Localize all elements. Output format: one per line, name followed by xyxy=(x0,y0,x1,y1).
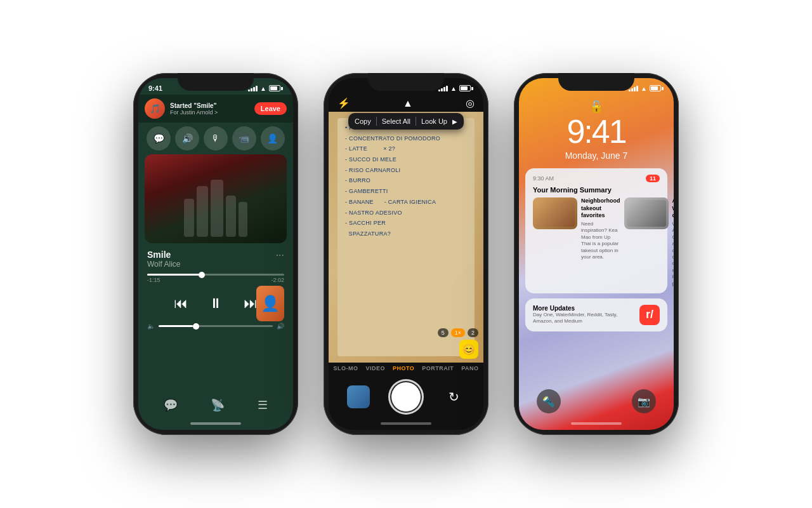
facetime-bar: 🎵 Started "Smile" For Justin Arnold > Le… xyxy=(138,95,293,123)
count-badges: 5 1× 2 xyxy=(438,328,478,337)
facetime-subtitle: For Justin Arnold > xyxy=(170,109,254,116)
news-headline-2: All-Star Week is coming! xyxy=(672,197,674,220)
updates-text: More Updates Day One, WaterMinder, Reddi… xyxy=(533,305,634,325)
volume-slider[interactable] xyxy=(159,325,273,327)
album-figures xyxy=(184,180,247,237)
p2-status-icons: ▲ xyxy=(438,85,473,92)
note-line-3: - LATTE × 2? xyxy=(345,145,467,153)
p3-content: 9:41 ▲ 🔓 9:41 Monday, June 7 xyxy=(519,78,674,430)
note-line-9: - NASTRO ADESIVO xyxy=(345,210,467,217)
notif-header: 9:30 AM 11 xyxy=(533,175,660,182)
notif-title: Your Morning Summary xyxy=(533,186,660,194)
avatar: 🎵 xyxy=(145,98,165,119)
progress-track xyxy=(147,274,284,276)
note-line-10: - SACCHI PER xyxy=(345,220,467,227)
live-photo-icon[interactable]: ◎ xyxy=(466,97,475,109)
progress-bar[interactable]: -1:15 -2:02 xyxy=(138,271,293,286)
progress-fill xyxy=(147,274,202,276)
news-headline-1: Neighborhood takeout favorites xyxy=(581,197,620,220)
leave-button[interactable]: Leave xyxy=(254,102,287,115)
look-up-menu-item[interactable]: Look Up xyxy=(421,117,447,125)
time-remaining: -2:02 xyxy=(271,277,284,283)
lockscreen-time: 9:41 xyxy=(519,115,674,148)
morning-summary-card[interactable]: 9:30 AM 11 Your Morning Summary Neighbor… xyxy=(525,168,667,293)
airplay-icon[interactable]: 📡 xyxy=(211,398,225,412)
vf-bottom-icons: 5 1× 2 😊 xyxy=(438,328,478,359)
copy-menu-item[interactable]: Copy xyxy=(355,117,371,125)
mode-portrait[interactable]: PORTRAIT xyxy=(422,365,454,371)
person-ctrl[interactable]: 👤 xyxy=(261,126,285,150)
lockscreen-quick-actions: 🔦 📷 xyxy=(519,383,674,420)
phone2-screen: 9:41 ▲ ⚡ ▲ ◎ xyxy=(329,78,483,430)
updates-title: More Updates xyxy=(533,305,634,312)
volume-fill xyxy=(159,325,193,327)
news-grid: Neighborhood takeout favorites Need insp… xyxy=(533,197,660,287)
rewind-button[interactable]: ⏮ xyxy=(170,293,192,314)
phone-notch-3 xyxy=(558,73,634,91)
news-thumb-food xyxy=(533,197,577,229)
phone-notch xyxy=(178,73,254,91)
count-badge-5: 5 xyxy=(438,328,449,337)
more-options[interactable]: ··· xyxy=(276,250,284,261)
menu-arrow: ▶ xyxy=(452,118,457,125)
facetime-thumbnail: 👤 xyxy=(256,286,284,321)
video-ctrl[interactable]: 📹 xyxy=(232,126,256,150)
camera-top: ⚡ ▲ ◎ xyxy=(329,95,483,112)
notifications-area: 9:30 AM 11 Your Morning Summary Neighbor… xyxy=(525,168,667,383)
album-art xyxy=(145,154,287,243)
phone-notch-2 xyxy=(368,73,444,91)
p2-wifi-icon: ▲ xyxy=(450,85,457,92)
mode-photo[interactable]: PHOTO xyxy=(393,365,414,371)
photo-background: Copy Select All Look Up ▶ • PETTI DI POL… xyxy=(329,112,483,363)
p2-home-indicator xyxy=(381,422,431,425)
pause-button[interactable]: ⏸ xyxy=(202,290,230,318)
track-artist: Wolf Alice xyxy=(147,260,284,269)
more-updates-card[interactable]: More Updates Day One, WaterMinder, Reddi… xyxy=(525,298,667,331)
p3-home-indicator xyxy=(571,422,622,425)
camera-button[interactable]: 📷 xyxy=(632,389,656,413)
controls-row: 💬 🔊 🎙 📹 👤 xyxy=(138,123,293,154)
flip-camera-button[interactable]: ↻ xyxy=(442,385,465,408)
emoji-button[interactable]: 😊 xyxy=(459,340,478,359)
phone-lockscreen: 9:41 ▲ 🔓 9:41 Monday, June 7 xyxy=(514,73,679,435)
gallery-thumbnail[interactable] xyxy=(347,385,370,408)
lockscreen-date: Monday, June 7 xyxy=(519,150,674,161)
facetime-title: Started "Smile" xyxy=(170,102,254,109)
playback-controls: ⏮ ⏸ ⏭ 👤 xyxy=(138,286,293,321)
select-all-menu-item[interactable]: Select All xyxy=(382,117,410,125)
mic-ctrl[interactable]: 🎙 xyxy=(204,126,228,150)
p1-content: 9:41 ▲ 🎵 Started "Smile" For xyxy=(138,78,293,430)
mode-pano[interactable]: PANO xyxy=(461,365,478,371)
flashlight-button[interactable]: 🔦 xyxy=(537,389,561,413)
message-ctrl[interactable]: 💬 xyxy=(147,126,171,150)
notif-badge: 11 xyxy=(646,175,660,182)
mode-video[interactable]: VIDEO xyxy=(365,365,385,371)
shutter-row: ↻ xyxy=(329,374,483,418)
track-info: Smile Wolf Alice xyxy=(138,243,293,271)
count-badge-1x: 1× xyxy=(451,328,465,337)
track-name: Smile xyxy=(147,250,284,260)
news-desc-1: Need inspiration? Kea Mao from Up Thai i… xyxy=(581,221,620,260)
speaker-ctrl[interactable]: 🔊 xyxy=(175,126,199,150)
p3-battery-icon xyxy=(650,85,664,91)
news-text-2: All-Star Week is coming! With the All-St… xyxy=(672,197,674,287)
ft-info: Started "Smile" For Justin Arnold > xyxy=(170,102,254,116)
flash-icon[interactable]: ⚡ xyxy=(337,97,350,109)
chat-icon[interactable]: 💬 xyxy=(164,398,178,412)
camera-mode-bar: SLO-MO VIDEO PHOTO PORTRAIT PANO xyxy=(329,363,483,374)
album-image xyxy=(145,154,287,243)
mode-slo-mo[interactable]: SLO-MO xyxy=(333,365,358,371)
note-line-4: - SUCCO DI MELE xyxy=(345,156,467,164)
camera-viewfinder: Copy Select All Look Up ▶ • PETTI DI POL… xyxy=(329,112,483,363)
home-indicator xyxy=(190,422,241,425)
phone-camera: 9:41 ▲ ⚡ ▲ ◎ xyxy=(324,73,488,435)
notif-time: 9:30 AM xyxy=(533,175,554,182)
menu-divider-1 xyxy=(376,117,377,126)
shutter-button[interactable] xyxy=(388,379,424,415)
wifi-icon: ▲ xyxy=(260,85,266,92)
chevron-up-icon[interactable]: ▲ xyxy=(403,98,413,109)
note-line-11: SPAZZATURA? xyxy=(345,231,467,238)
track-info-wrap: Smile Wolf Alice ··· xyxy=(138,243,293,271)
queue-icon[interactable]: ☰ xyxy=(258,398,268,412)
p1-time: 9:41 xyxy=(148,84,162,92)
